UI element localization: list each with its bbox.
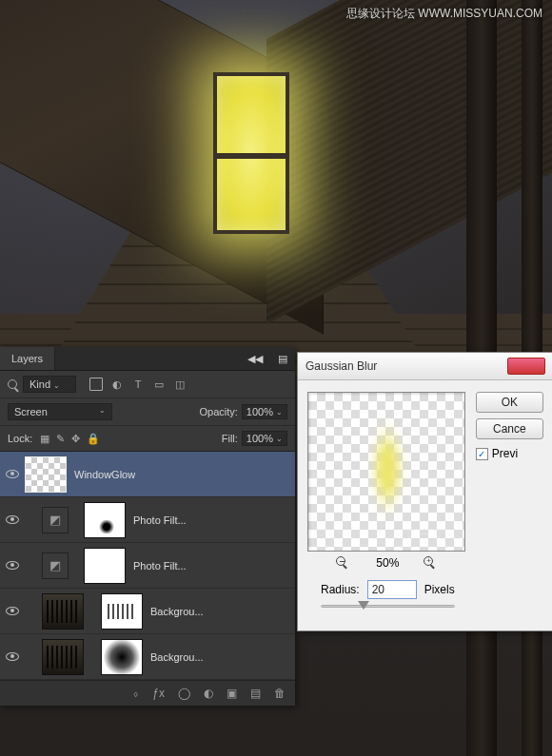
ok-button[interactable]: OK xyxy=(476,392,543,413)
filter-type-icon[interactable]: T xyxy=(131,378,145,391)
new-layer-icon[interactable]: ▤ xyxy=(250,687,261,700)
layers-tab[interactable]: Layers xyxy=(0,347,55,370)
layer-mask-thumbnail[interactable] xyxy=(101,593,143,630)
layer-mask-icon[interactable]: ◯ xyxy=(178,687,190,700)
radius-unit: Pixels xyxy=(424,583,455,596)
panel-menu-icon[interactable]: ▤ xyxy=(270,349,295,369)
adjustment-layer-icon[interactable]: ◐ xyxy=(204,687,213,700)
visibility-toggle[interactable] xyxy=(0,651,25,663)
chevron-down-icon: ⌄ xyxy=(99,406,106,417)
preview-checkbox[interactable]: ✓ xyxy=(476,448,488,460)
layer-name: Backgrou... xyxy=(150,606,204,617)
preview-label: Previ xyxy=(492,447,518,460)
delete-layer-icon[interactable]: 🗑 xyxy=(274,687,286,700)
eye-icon xyxy=(6,561,19,570)
layers-footer: ⬨ ƒx ◯ ◐ ▣ ▤ 🗑 xyxy=(0,680,295,706)
close-button[interactable] xyxy=(507,358,545,375)
dialog-title: Gaussian Blur xyxy=(306,359,507,373)
glowing-window xyxy=(213,72,289,234)
zoom-in-button[interactable] xyxy=(424,555,439,571)
layer-row-background[interactable]: Backgrou... xyxy=(0,634,295,680)
layer-name: Photo Filt... xyxy=(133,560,187,572)
layer-mask-thumbnail[interactable] xyxy=(84,502,126,538)
layer-thumbnail[interactable] xyxy=(42,639,84,675)
visibility-toggle[interactable] xyxy=(0,560,25,572)
fill-input[interactable]: 100% ⌄ xyxy=(242,431,287,446)
radius-input[interactable] xyxy=(367,580,417,599)
visibility-toggle[interactable] xyxy=(0,469,25,480)
lock-transparent-icon[interactable]: ▦ xyxy=(40,433,49,445)
radius-slider[interactable] xyxy=(321,605,455,608)
search-icon xyxy=(8,379,17,389)
filter-kind-select[interactable]: Kind ⌄ xyxy=(23,376,76,393)
eye-icon xyxy=(6,470,19,478)
panel-tab-bar: Layers ◀◀ ▤ xyxy=(0,347,295,371)
layer-row-photofilter[interactable]: ◩ Photo Filt... xyxy=(0,497,295,543)
gaussian-blur-dialog: Gaussian Blur 50% Radius: Pixels xyxy=(297,352,552,631)
chevron-down-icon: ⌄ xyxy=(276,435,283,443)
opacity-value: 100% xyxy=(246,406,273,417)
layer-name: Backgrou... xyxy=(150,651,204,663)
panel-collapse-icon[interactable]: ◀◀ xyxy=(240,349,270,369)
cancel-button[interactable]: Cance xyxy=(476,418,543,439)
dialog-titlebar[interactable]: Gaussian Blur xyxy=(298,353,552,380)
visibility-toggle[interactable] xyxy=(0,514,25,526)
zoom-out-button[interactable] xyxy=(336,555,351,571)
link-layers-icon[interactable]: ⬨ xyxy=(132,687,139,700)
layer-row-background[interactable]: Backgrou... xyxy=(0,589,295,634)
layer-mask-thumbnail[interactable] xyxy=(101,639,143,675)
slider-thumb-icon[interactable] xyxy=(358,601,369,610)
watermark: 思缘设计论坛 WWW.MISSYUAN.COM xyxy=(346,6,542,22)
layer-filter-row: Kind ⌄ ◐ T ▭ ◫ xyxy=(0,371,295,398)
layer-name: Photo Filt... xyxy=(133,514,187,526)
layer-name: WindowGlow xyxy=(74,469,135,480)
lock-label: Lock: xyxy=(8,433,32,444)
lock-all-icon[interactable]: 🔒 xyxy=(87,433,100,445)
radius-label: Radius: xyxy=(321,583,360,596)
fill-value: 100% xyxy=(246,433,273,444)
filter-shape-icon[interactable]: ▭ xyxy=(152,378,166,391)
adjustment-icon[interactable]: ◩ xyxy=(42,507,69,533)
opacity-input[interactable]: 100% ⌄ xyxy=(242,404,287,419)
layer-fx-icon[interactable]: ƒx xyxy=(152,687,165,700)
lock-position-icon[interactable]: ✥ xyxy=(71,433,80,445)
layer-row-windowglow[interactable]: WindowGlow xyxy=(0,452,295,497)
layer-thumbnail[interactable] xyxy=(25,456,67,493)
layer-mask-thumbnail[interactable] xyxy=(84,548,126,584)
blend-mode-select[interactable]: Screen ⌄ xyxy=(8,403,112,420)
filter-kind-label: Kind xyxy=(30,378,50,390)
zoom-in-icon xyxy=(424,556,433,566)
group-icon[interactable]: ▣ xyxy=(227,687,237,700)
layers-panel: Layers ◀◀ ▤ Kind ⌄ ◐ T ▭ ◫ Screen ⌄ Opac… xyxy=(0,347,295,706)
filter-adjust-icon[interactable]: ◐ xyxy=(110,378,124,391)
zoom-out-icon xyxy=(336,556,345,566)
blend-mode-value: Screen xyxy=(14,406,48,417)
layer-thumbnail[interactable] xyxy=(42,593,84,630)
chevron-down-icon: ⌄ xyxy=(53,381,60,390)
eye-icon xyxy=(6,515,19,524)
lock-pixels-icon[interactable]: ✎ xyxy=(56,433,65,445)
filter-smart-icon[interactable]: ◫ xyxy=(173,378,187,391)
blur-preview[interactable] xyxy=(307,392,465,552)
adjustment-icon[interactable]: ◩ xyxy=(42,552,69,579)
eye-icon xyxy=(6,607,19,615)
filter-pixel-icon[interactable] xyxy=(89,378,103,391)
zoom-value: 50% xyxy=(376,556,399,570)
preview-content xyxy=(369,419,405,518)
layer-row-photofilter[interactable]: ◩ Photo Filt... xyxy=(0,543,295,589)
chevron-down-icon: ⌄ xyxy=(276,408,283,417)
eye-icon xyxy=(6,652,19,661)
blend-mode-row: Screen ⌄ Opacity: 100% ⌄ xyxy=(0,398,295,426)
visibility-toggle[interactable] xyxy=(0,606,25,617)
fill-label: Fill: xyxy=(222,433,238,444)
opacity-label: Opacity: xyxy=(200,406,238,417)
lock-row: Lock: ▦ ✎ ✥ 🔒 Fill: 100% ⌄ xyxy=(0,426,295,452)
